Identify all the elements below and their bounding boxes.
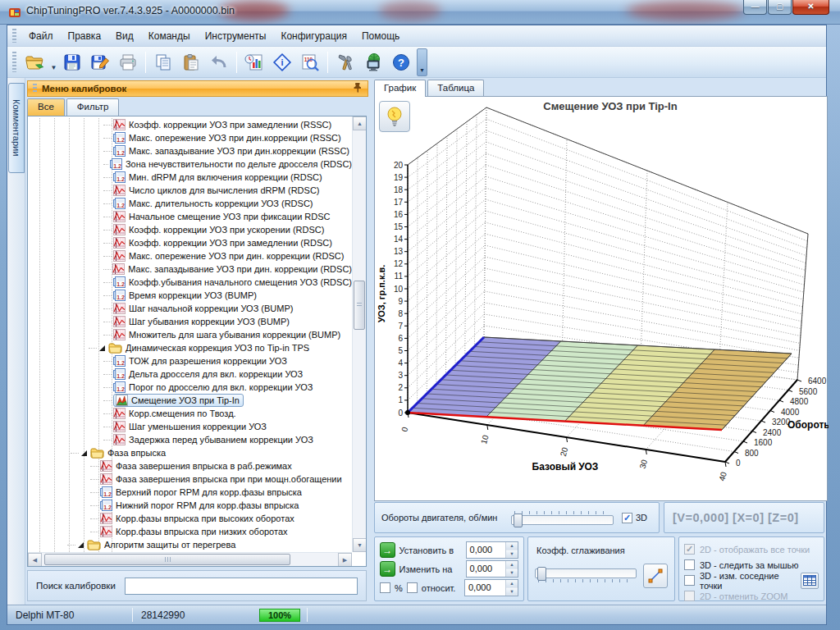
slider-thumb[interactable]: [537, 567, 546, 581]
smoothing-slider[interactable]: [535, 568, 637, 583]
tree-item[interactable]: Коэфф. коррекции УОЗ при замедлении (RSS…: [28, 118, 352, 131]
tree-item[interactable]: Начальное смещение УОЗ при фиксации RDSC: [28, 210, 352, 223]
checksum-chart-icon[interactable]: [241, 50, 267, 75]
tree-item[interactable]: Шаг уменьшения коррекции УОЗ: [28, 420, 352, 433]
relative-spinner[interactable]: 0,000 ▲▼: [464, 579, 518, 596]
open-file-icon[interactable]: [22, 50, 48, 75]
tab-Фильтр[interactable]: Фильтр: [66, 98, 120, 116]
tree-item[interactable]: 1.2Порог по дросселю для вкл. коррекции …: [28, 381, 352, 394]
tree-item[interactable]: Число циклов для вычисления dRPM (RDSC): [28, 184, 352, 197]
tree-item[interactable]: 1.2Верхний порог RPM для корр.фазы впрыс…: [28, 486, 352, 499]
expand-collapse-icon[interactable]: [77, 541, 84, 549]
view-hex-icon[interactable]: 110: [297, 50, 323, 75]
print-icon[interactable]: [115, 50, 141, 75]
percent-checkbox[interactable]: [380, 582, 390, 593]
toolbar-overflow-icon[interactable]: ▾: [417, 48, 427, 76]
tree-item[interactable]: 1.2Макс. длительность коррекции УОЗ (RDS…: [28, 197, 352, 210]
tree-item[interactable]: Фаза завершения впрыска в раб.режимах: [28, 459, 352, 472]
tree-item[interactable]: Коэфф. коррекции УОЗ при замедлении (RDS…: [28, 236, 352, 249]
tools-icon[interactable]: [332, 50, 358, 75]
tree-vertical-scrollbar[interactable]: ▲ ▼: [352, 116, 366, 552]
scrollbar-thumb[interactable]: [44, 554, 290, 565]
relative-checkbox[interactable]: [407, 582, 418, 593]
tree-item[interactable]: Фаза завершения впрыска при при мощн.обо…: [28, 472, 352, 486]
tree-item[interactable]: 1.2Мин. dRPM для включения коррекции (RD…: [28, 171, 352, 184]
lamp-button[interactable]: [379, 101, 410, 132]
set-to-spinner[interactable]: 0,000 ▲▼: [466, 541, 518, 559]
option-checkbox[interactable]: [684, 575, 695, 586]
search-input[interactable]: [125, 578, 358, 595]
tree-folder[interactable]: Динамическая коррекция УОЗ по Tip-in TPS: [28, 341, 352, 354]
apply-set-button[interactable]: →: [380, 542, 395, 558]
tree-item[interactable]: Множитель для шага убывания коррекции (B…: [28, 328, 352, 341]
scroll-right-icon[interactable]: ▶: [338, 553, 352, 567]
tree-item[interactable]: 1.2Макс. запаздывание УОЗ при дин.коррек…: [28, 144, 352, 158]
selected-tree-item[interactable]: Смещение УОЗ при Tip-In: [113, 394, 244, 407]
minimize-button[interactable]: —: [743, 0, 767, 15]
tree-item[interactable]: Смещение УОЗ при Tip-In: [28, 394, 352, 407]
info-icon[interactable]: i: [269, 50, 295, 75]
rpm-slider[interactable]: [511, 511, 614, 525]
apply-change-button[interactable]: →: [380, 561, 395, 577]
scroll-down-icon[interactable]: ▼: [353, 538, 367, 552]
tab-График[interactable]: График: [374, 80, 426, 97]
menu-item[interactable]: Помощь: [354, 28, 407, 44]
tree-item[interactable]: Задержка перед убыванием коррекции УОЗ: [28, 433, 352, 446]
tree-folder[interactable]: Алгоритм защиты от перегрева: [28, 538, 352, 551]
menu-item[interactable]: Инструменты: [198, 28, 274, 44]
undo-icon[interactable]: [206, 50, 232, 75]
tab-Таблица[interactable]: Таблица: [427, 80, 484, 97]
save-icon[interactable]: [59, 50, 85, 75]
surface-chart[interactable]: 01234567891011121314151617181920УОЗ, гр.…: [375, 97, 827, 505]
tree-item[interactable]: Макс. опережение УОЗ при дин. коррекции …: [28, 249, 352, 262]
chart-area[interactable]: 01234567891011121314151617181920УОЗ, гр.…: [374, 96, 828, 501]
copy-icon[interactable]: [150, 50, 176, 75]
tree-item[interactable]: Корр.смещения по Твозд.: [28, 407, 352, 420]
tree-item[interactable]: Коэфф. коррекции УОЗ при ускорении (RDSC…: [28, 223, 352, 236]
spin-up-icon[interactable]: ▲: [506, 561, 518, 569]
maximize-button[interactable]: ▢: [768, 0, 792, 15]
expand-collapse-icon[interactable]: [98, 345, 106, 352]
tree-folder[interactable]: Фаза впрыска: [28, 446, 352, 459]
menu-item[interactable]: Правка: [61, 28, 109, 44]
3d-checkbox[interactable]: ✓: [622, 513, 632, 523]
option-checkbox[interactable]: [684, 559, 695, 570]
paste-icon[interactable]: [178, 50, 204, 75]
tree-item[interactable]: Шаг начальной коррекции УОЗ (BUMP): [28, 302, 352, 315]
spin-down-icon[interactable]: ▼: [506, 588, 518, 596]
menu-item[interactable]: Вид: [108, 28, 141, 44]
option-checkbox[interactable]: ✓: [684, 544, 695, 555]
spin-down-icon[interactable]: ▼: [506, 569, 518, 578]
close-button[interactable]: ✕: [792, 0, 829, 15]
tree-item[interactable]: Шаг убывания коррекции УОЗ (BUMP): [28, 315, 352, 328]
spin-up-icon[interactable]: ▲: [506, 580, 518, 588]
open-dropdown-icon[interactable]: ▼: [49, 50, 58, 75]
slider-thumb[interactable]: [514, 514, 523, 527]
spin-down-icon[interactable]: ▼: [506, 550, 518, 559]
tree-item[interactable]: 1.2Макс. опережение УОЗ при дин.коррекци…: [28, 131, 352, 144]
menu-item[interactable]: Команды: [141, 28, 198, 44]
tab-Все[interactable]: Все: [27, 98, 65, 116]
save-as-icon[interactable]: [87, 50, 113, 75]
menu-item[interactable]: Конфигурация: [273, 28, 354, 44]
tree-item[interactable]: Макс. запаздывание УОЗ при дин. коррекци…: [28, 262, 352, 276]
tree-item[interactable]: 1.2Зона нечувствительности по дельте дро…: [28, 158, 352, 171]
scrollbar-thumb[interactable]: [354, 281, 365, 330]
tree-item[interactable]: 1.2Коэфф.убывания начального смещения УО…: [28, 276, 352, 289]
connect-icon[interactable]: [360, 50, 386, 75]
tree-item[interactable]: 1.2Дельта дросселя для вкл. коррекции УО…: [28, 368, 352, 381]
pin-icon[interactable]: [353, 81, 363, 96]
help-icon[interactable]: ?: [388, 50, 414, 75]
grid-table-button[interactable]: [801, 573, 819, 589]
comments-dock-tab[interactable]: Комментарии: [8, 83, 25, 173]
tree-item[interactable]: 1.2ТОЖ для разрешения коррекции УОЗ: [28, 354, 352, 368]
tree-item[interactable]: 1.2Время коррекции УОЗ (BUMP): [28, 289, 352, 302]
tree-item[interactable]: Корр.фазы впрыска при высоких оборотах: [28, 512, 352, 525]
tree-item[interactable]: 1.2Нижний порог RPM для корр.фазы впрыск…: [28, 499, 352, 512]
menu-item[interactable]: Файл: [21, 28, 61, 44]
scroll-left-icon[interactable]: ◀: [28, 553, 42, 567]
scroll-up-icon[interactable]: ▲: [353, 116, 367, 130]
tree-horizontal-scrollbar[interactable]: ◀ ▶: [28, 552, 352, 566]
curve-edit-button[interactable]: [643, 564, 668, 588]
spin-up-icon[interactable]: ▲: [506, 542, 518, 550]
